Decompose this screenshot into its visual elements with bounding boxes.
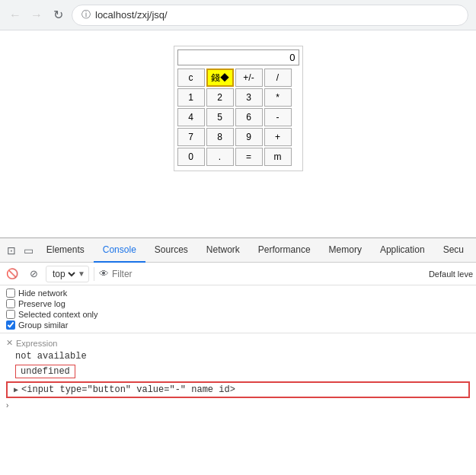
- filter-icon: ⊘: [30, 268, 38, 279]
- forward-button[interactable]: →: [29, 8, 44, 23]
- calc-btn-subtract[interactable]: -: [264, 108, 292, 126]
- reload-icon: ↻: [53, 8, 63, 22]
- forward-icon: →: [30, 8, 43, 22]
- chevron-right-icon: ›: [6, 401, 8, 410]
- default-levels-label: Default leve: [429, 269, 473, 279]
- back-icon: ←: [9, 8, 21, 22]
- context-select[interactable]: top: [50, 268, 78, 280]
- calc-btn-9[interactable]: 9: [235, 128, 263, 146]
- browser-chrome: ← → ↻ ⓘ localhost/zxj/jsq/: [0, 0, 476, 30]
- calc-btn-c[interactable]: c: [177, 69, 205, 87]
- tab-security[interactable]: Secu: [434, 238, 473, 263]
- console-output: ✕ Expression not available undefined ▶ <…: [0, 333, 476, 475]
- console-chevron[interactable]: ›: [0, 400, 476, 411]
- clear-icon: 🚫: [6, 268, 18, 279]
- group-similar-row[interactable]: Group similar: [6, 320, 470, 330]
- group-similar-checkbox[interactable]: [6, 320, 15, 330]
- console-undefined: undefined: [15, 365, 75, 378]
- tab-performance[interactable]: Performance: [249, 238, 320, 263]
- filter-input[interactable]: [112, 269, 426, 279]
- calculator: c 錢◆ +/- / 1 2 3 * 4 5 6 - 7 8 9 + 0 .: [174, 46, 303, 171]
- console-line-not-available: not available: [0, 349, 476, 363]
- calc-row-1: c 錢◆ +/- /: [177, 69, 299, 87]
- calc-btn-0[interactable]: 0: [177, 148, 205, 166]
- calc-row-2: 1 2 3 *: [177, 88, 299, 107]
- hide-network-label: Hide network: [18, 289, 67, 298]
- calc-btn-dot[interactable]: .: [206, 148, 234, 166]
- url-text: localhost/zxj/jsq/: [95, 9, 168, 21]
- console-element-text: <input type="button" value="-" name id>: [21, 384, 235, 395]
- device-icon-btn[interactable]: ▭: [20, 240, 37, 261]
- tab-sources[interactable]: Sources: [145, 238, 197, 263]
- calc-row-3: 4 5 6 -: [177, 108, 299, 126]
- calc-btn-plusminus[interactable]: +/-: [235, 69, 263, 87]
- calc-btn-multiply[interactable]: *: [264, 88, 292, 107]
- eye-icon: 👁: [99, 268, 109, 279]
- devtools-tabs: ⊡ ▭ Elements Console Sources Network Per…: [0, 238, 476, 263]
- selected-context-checkbox[interactable]: [6, 310, 15, 319]
- calc-btn-m[interactable]: m: [264, 148, 292, 166]
- devtools-panel: ⊡ ▭ Elements Console Sources Network Per…: [0, 238, 476, 475]
- calc-btn-2[interactable]: 2: [206, 88, 234, 107]
- tab-memory[interactable]: Memory: [320, 238, 371, 263]
- back-button[interactable]: ←: [8, 8, 23, 23]
- device-icon: ▭: [24, 244, 34, 257]
- calc-btn-divide[interactable]: /: [264, 69, 292, 87]
- preserve-log-label: Preserve log: [18, 299, 65, 308]
- group-similar-label: Group similar: [18, 320, 68, 330]
- devtools-checkboxes: Hide network Preserve log Selected conte…: [0, 285, 476, 333]
- hide-network-row[interactable]: Hide network: [6, 289, 470, 298]
- console-element-line[interactable]: ▶ <input type="button" value="-" name id…: [6, 381, 470, 398]
- expression-header[interactable]: ✕ Expression: [0, 336, 476, 349]
- lock-icon: ⓘ: [81, 8, 91, 21]
- close-expression-btn[interactable]: ✕: [6, 338, 13, 348]
- inspect-icon: ⊡: [7, 244, 16, 257]
- console-undefined-row: undefined: [0, 363, 476, 380]
- calc-btn-add[interactable]: +: [264, 128, 292, 146]
- calc-btn-special[interactable]: 錢◆: [206, 69, 234, 87]
- chevron-down-icon: ▼: [78, 269, 85, 278]
- inspect-icon-btn[interactable]: ⊡: [3, 240, 20, 261]
- address-bar[interactable]: ⓘ localhost/zxj/jsq/: [72, 5, 468, 26]
- expand-arrow-icon: ▶: [14, 385, 18, 394]
- calc-btn-6[interactable]: 6: [235, 108, 263, 126]
- expression-label: Expression: [16, 339, 57, 348]
- tab-elements[interactable]: Elements: [37, 238, 94, 263]
- filter-icon-btn[interactable]: ⊘: [24, 265, 43, 283]
- calc-row-5: 0 . = m: [177, 148, 299, 166]
- calc-display[interactable]: [177, 49, 299, 65]
- reload-button[interactable]: ↻: [50, 8, 65, 23]
- calc-btn-8[interactable]: 8: [206, 128, 234, 146]
- calc-btn-equals[interactable]: =: [235, 148, 263, 166]
- tab-network[interactable]: Network: [197, 238, 249, 263]
- calc-row-4: 7 8 9 +: [177, 128, 299, 146]
- calc-btn-7[interactable]: 7: [177, 128, 205, 146]
- filter-container: 👁: [99, 268, 426, 279]
- preserve-log-checkbox[interactable]: [6, 299, 15, 308]
- preserve-log-row[interactable]: Preserve log: [6, 299, 470, 308]
- page-content: c 錢◆ +/- / 1 2 3 * 4 5 6 - 7 8 9 + 0 .: [0, 30, 476, 238]
- context-selector[interactable]: top ▼: [46, 266, 89, 282]
- tab-console[interactable]: Console: [94, 238, 145, 263]
- toolbar-divider: [94, 267, 94, 281]
- calc-btn-4[interactable]: 4: [177, 108, 205, 126]
- selected-context-label: Selected context only: [18, 310, 98, 319]
- selected-context-row[interactable]: Selected context only: [6, 310, 470, 319]
- devtools-toolbar: 🚫 ⊘ top ▼ 👁 Default leve: [0, 263, 476, 285]
- tab-application[interactable]: Application: [371, 238, 434, 263]
- hide-network-checkbox[interactable]: [6, 289, 15, 298]
- clear-console-btn[interactable]: 🚫: [3, 265, 21, 283]
- calc-btn-1[interactable]: 1: [177, 88, 205, 107]
- calc-btn-3[interactable]: 3: [235, 88, 263, 107]
- calc-btn-5[interactable]: 5: [206, 108, 234, 126]
